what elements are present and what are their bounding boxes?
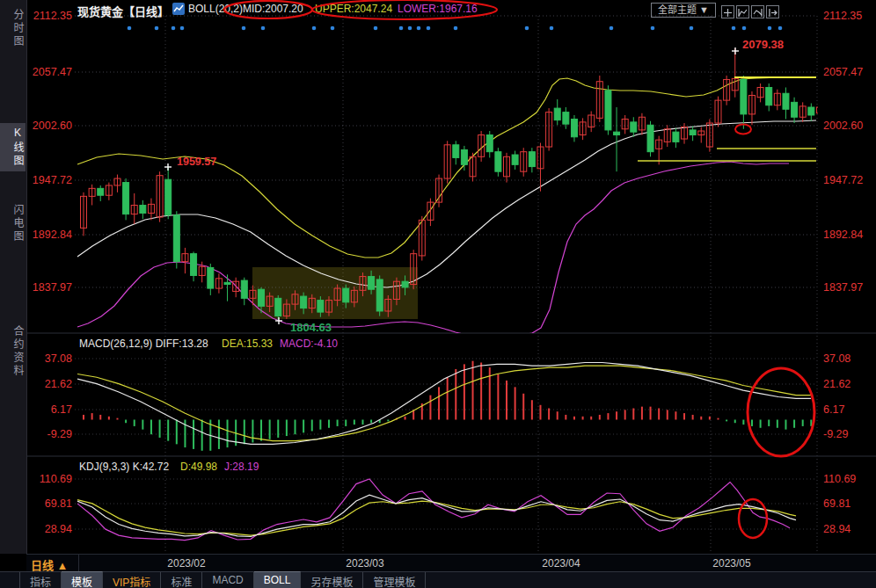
candlestick[interactable]	[647, 121, 653, 157]
candlestick[interactable]	[436, 175, 442, 207]
candlestick[interactable]	[199, 262, 205, 283]
candlestick[interactable]	[182, 248, 188, 273]
candlestick[interactable]	[402, 275, 408, 295]
candlestick[interactable]	[351, 287, 357, 308]
candlestick[interactable]	[529, 148, 535, 172]
candlestick[interactable]	[233, 278, 239, 298]
candlestick[interactable]	[369, 271, 375, 294]
chart-canvas[interactable]: 1959.572079.381804.632112.352112.352057.…	[0, 0, 876, 588]
candlestick[interactable]	[588, 112, 595, 133]
bottom-tab-0[interactable]: 指标	[19, 572, 62, 588]
candlestick[interactable]	[259, 287, 265, 313]
candlestick[interactable]	[140, 200, 146, 219]
candlestick[interactable]	[266, 293, 273, 313]
candlestick[interactable]	[682, 123, 688, 144]
candlestick[interactable]	[816, 103, 822, 119]
line-chart-icon[interactable]	[172, 3, 185, 15]
candlestick[interactable]	[690, 126, 696, 141]
candlestick[interactable]	[334, 285, 340, 307]
candlestick[interactable]	[325, 296, 332, 316]
candlestick[interactable]	[173, 211, 179, 268]
sidebar-item-3[interactable]: 合约资料	[0, 322, 26, 381]
candlestick[interactable]	[664, 125, 670, 147]
candlestick[interactable]	[724, 76, 730, 105]
candlestick[interactable]	[208, 264, 214, 295]
candlestick[interactable]	[470, 153, 476, 182]
candlestick[interactable]	[605, 85, 611, 134]
bottom-tab-4[interactable]: MACD	[202, 572, 253, 588]
candlestick[interactable]	[783, 87, 789, 119]
candlestick[interactable]	[596, 76, 602, 122]
candlestick[interactable]	[191, 251, 197, 281]
candlestick[interactable]	[546, 108, 552, 150]
zoom-chart-right-icon[interactable]	[751, 5, 764, 18]
candlestick[interactable]	[215, 273, 222, 294]
bottom-tab-5[interactable]: BOLL	[254, 571, 302, 588]
candlestick[interactable]	[275, 295, 281, 321]
candlestick[interactable]	[580, 118, 586, 140]
candlestick[interactable]	[81, 192, 87, 236]
candlestick[interactable]	[537, 143, 544, 192]
candlestick[interactable]	[250, 286, 256, 306]
candlestick[interactable]	[808, 103, 814, 120]
candlestick[interactable]	[385, 295, 391, 317]
candlestick[interactable]	[706, 120, 712, 152]
candlestick[interactable]	[114, 175, 120, 192]
candlestick[interactable]	[360, 272, 366, 296]
candlestick[interactable]	[741, 76, 747, 129]
candlestick[interactable]	[571, 115, 577, 142]
candlestick[interactable]	[478, 131, 485, 162]
candlestick[interactable]	[673, 128, 679, 149]
candlestick[interactable]	[748, 91, 755, 125]
bottom-tab-3[interactable]: 标准	[161, 572, 202, 588]
candlestick[interactable]	[554, 99, 560, 125]
candlestick[interactable]	[732, 48, 738, 98]
candlestick[interactable]	[393, 278, 399, 306]
candlestick[interactable]	[512, 151, 518, 170]
candlestick[interactable]	[309, 294, 315, 313]
candlestick[interactable]	[444, 141, 450, 183]
candlestick[interactable]	[376, 275, 383, 316]
candlestick[interactable]	[157, 171, 163, 221]
candlestick[interactable]	[622, 115, 628, 134]
candlestick[interactable]	[614, 107, 620, 171]
candlestick[interactable]	[123, 178, 129, 220]
candlestick[interactable]	[148, 199, 154, 221]
pane-export-icon[interactable]	[766, 5, 779, 18]
candlestick[interactable]	[639, 113, 645, 135]
candlestick[interactable]	[504, 153, 510, 183]
candlestick[interactable]	[774, 90, 780, 111]
candlestick[interactable]	[301, 293, 307, 315]
bottom-tab-1[interactable]: 模板	[62, 571, 103, 588]
candlestick[interactable]	[318, 296, 324, 317]
candlestick[interactable]	[495, 148, 501, 177]
candlestick[interactable]	[563, 107, 569, 129]
candlestick[interactable]	[757, 83, 763, 102]
layout-grid-icon[interactable]	[721, 5, 734, 18]
candlestick[interactable]	[521, 148, 527, 177]
sidebar-item-1[interactable]: K线图	[0, 123, 26, 171]
zoom-chart-left-icon[interactable]	[736, 5, 749, 18]
candlestick[interactable]	[715, 97, 721, 127]
candlestick[interactable]	[799, 102, 806, 122]
candlestick[interactable]	[224, 274, 230, 301]
candlestick[interactable]	[98, 185, 104, 201]
candlestick[interactable]	[453, 141, 459, 164]
candlestick[interactable]	[283, 299, 289, 319]
candlestick[interactable]	[631, 117, 637, 137]
candlestick[interactable]	[792, 98, 798, 123]
candlestick[interactable]	[411, 250, 417, 289]
candlestick[interactable]	[419, 216, 425, 261]
candlestick[interactable]	[427, 199, 434, 227]
candlestick[interactable]	[461, 146, 467, 171]
candlestick[interactable]	[106, 183, 112, 200]
candlestick[interactable]	[131, 193, 137, 224]
candlestick[interactable]	[165, 167, 172, 219]
candlestick[interactable]	[89, 185, 95, 206]
candlestick[interactable]	[698, 127, 704, 143]
sidebar-item-2[interactable]: 闪电图	[0, 200, 26, 247]
bottom-tab-6[interactable]: 另存模板	[301, 572, 363, 588]
theme-dropdown[interactable]: 全部主题 ▼	[651, 3, 716, 18]
candlestick[interactable]	[343, 285, 349, 309]
bottom-tab-7[interactable]: 管理模板	[363, 572, 426, 588]
